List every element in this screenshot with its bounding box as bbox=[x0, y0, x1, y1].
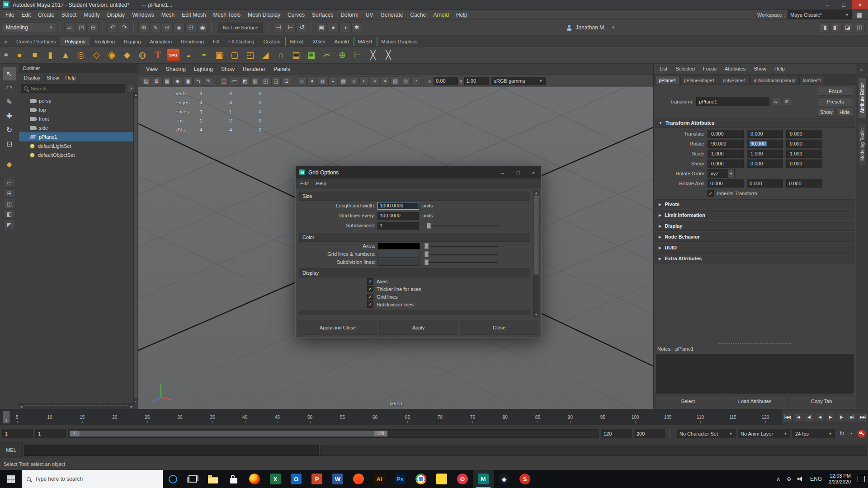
dialog-maximize-button[interactable]: □ bbox=[510, 166, 526, 178]
rotate-axis-z-field[interactable]: 0.000 bbox=[786, 179, 822, 188]
menu-item[interactable]: Surfaces bbox=[308, 12, 337, 18]
shelf-tab[interactable]: FX bbox=[208, 37, 224, 46]
frame-tick[interactable]: 25 bbox=[131, 410, 164, 424]
save-scene-icon[interactable]: ⊟ bbox=[88, 22, 99, 33]
menu-item[interactable]: Deform bbox=[337, 12, 362, 18]
layout-persp-outliner[interactable]: ◧ bbox=[3, 209, 16, 219]
viewport-menu-item[interactable]: Shading bbox=[162, 64, 190, 75]
scroll-up-icon[interactable]: ▲ bbox=[535, 190, 538, 195]
shelf-tab[interactable]: Curves / Surfaces bbox=[12, 37, 60, 46]
viewport-menu-item[interactable]: Panels bbox=[269, 64, 294, 75]
microsoft-store[interactable] bbox=[223, 470, 244, 488]
brave[interactable] bbox=[348, 470, 369, 488]
attribute-editor-menu-item[interactable]: List bbox=[656, 64, 671, 74]
frame-tick[interactable]: 65 bbox=[391, 410, 424, 424]
panel-menu-icon[interactable]: ≡ bbox=[857, 66, 865, 74]
checkbox[interactable] bbox=[367, 286, 373, 292]
rotate-order-dropdown[interactable]: xyz ▼ bbox=[708, 169, 735, 178]
snap-to-grid-icon[interactable]: ⊞ bbox=[138, 22, 149, 33]
go-to-start-button[interactable]: |◀◀ bbox=[782, 412, 793, 422]
layout-single-pane[interactable]: ▭ bbox=[3, 178, 16, 188]
attribute-y-field[interactable]: 0.000 bbox=[747, 130, 783, 138]
scale-tool[interactable]: ⊡ bbox=[3, 137, 16, 150]
toggle-tool-settings-icon[interactable]: ◧ bbox=[830, 22, 841, 33]
shelf-tab[interactable]: Animation bbox=[145, 37, 176, 46]
menu-item[interactable]: Create bbox=[34, 12, 58, 18]
shelf-tab[interactable]: Rendering bbox=[176, 37, 208, 46]
snap-to-point-icon[interactable]: ⊙ bbox=[162, 22, 173, 33]
frame-tick[interactable]: 75 bbox=[456, 410, 489, 424]
menu-item[interactable]: Edit bbox=[18, 12, 34, 18]
apply-and-close-button[interactable]: Apply and Close bbox=[298, 320, 377, 335]
attribute-editor-menu-item[interactable]: Selected bbox=[671, 64, 699, 74]
color-swatch[interactable] bbox=[377, 243, 420, 249]
select-tool[interactable]: ↖ bbox=[3, 67, 16, 80]
rotate-axis-y-field[interactable]: 0.000 bbox=[747, 179, 783, 188]
menu-item[interactable]: Help bbox=[453, 12, 471, 18]
attribute-x-field[interactable]: 1.000 bbox=[708, 150, 744, 158]
step-forward-frame-button[interactable]: |▶ bbox=[836, 412, 846, 422]
frame-tick[interactable]: 105 bbox=[651, 410, 684, 424]
playback-start-field[interactable]: 1 bbox=[35, 429, 66, 438]
animation-end-field[interactable]: 200 bbox=[634, 429, 665, 438]
outliner-filter-icon[interactable]: ▾ bbox=[127, 84, 136, 93]
rotate-axis-x-field[interactable]: 0.000 bbox=[708, 179, 744, 188]
layout-four-pane[interactable]: ⊞ bbox=[3, 188, 16, 198]
poly-disc-icon[interactable]: ◉ bbox=[104, 48, 119, 62]
frame-tick[interactable]: 20 bbox=[99, 410, 131, 424]
command-input[interactable] bbox=[24, 445, 319, 456]
type-tool-icon[interactable]: T bbox=[151, 48, 165, 62]
notes-textarea[interactable] bbox=[656, 354, 854, 394]
close-dialog-button[interactable]: Close bbox=[460, 320, 538, 335]
outliner-menu-item[interactable]: Help bbox=[62, 73, 79, 82]
go-to-end-button[interactable]: ▶▶| bbox=[858, 412, 868, 422]
outliner-item[interactable]: side bbox=[19, 123, 134, 132]
play-backwards-button[interactable]: ◀ bbox=[815, 412, 825, 422]
scroll-down-icon[interactable]: ▼ bbox=[535, 312, 538, 317]
menu-item[interactable]: Mesh Tools bbox=[210, 12, 244, 18]
slider-handle[interactable] bbox=[425, 251, 429, 257]
scrollbar-thumb[interactable] bbox=[25, 405, 127, 408]
step-back-key-button[interactable]: |◀ bbox=[793, 412, 803, 422]
construction-history-icon[interactable]: ↺ bbox=[297, 22, 307, 33]
outliner-item[interactable]: front bbox=[19, 114, 134, 123]
excel[interactable]: X bbox=[265, 470, 286, 488]
resolution-gate-icon[interactable]: ▭ bbox=[230, 76, 239, 86]
action-center-button[interactable] bbox=[854, 470, 868, 488]
node-tab[interactable]: pPlane1 bbox=[655, 76, 680, 84]
combine-icon[interactable]: ▣ bbox=[212, 48, 226, 62]
node-tab[interactable]: pPlaneShape1 bbox=[680, 76, 719, 84]
separate-icon[interactable]: ▢ bbox=[227, 48, 242, 62]
frame-tick[interactable]: 35 bbox=[196, 410, 229, 424]
rotate-tool[interactable]: ↻ bbox=[3, 123, 16, 136]
checkbox[interactable] bbox=[367, 278, 373, 285]
play-forwards-button[interactable]: ▶ bbox=[826, 412, 836, 422]
hide-button[interactable]: Hide bbox=[836, 108, 854, 117]
slider-handle[interactable] bbox=[425, 259, 429, 265]
slider-handle[interactable] bbox=[427, 223, 431, 229]
frame-tick[interactable]: 70 bbox=[424, 410, 456, 424]
poly-cylinder-icon[interactable]: ▮ bbox=[43, 48, 57, 62]
dialog-close-button[interactable]: × bbox=[526, 166, 541, 178]
bookmark-icon[interactable]: ◆ bbox=[173, 76, 182, 86]
sidebar-vertical-tab[interactable]: Modeling Toolkit bbox=[858, 122, 867, 167]
isolate-select-icon[interactable]: ◎ bbox=[401, 76, 410, 86]
slider-handle[interactable] bbox=[425, 243, 429, 249]
attribute-z-field[interactable]: 0.000 bbox=[786, 140, 822, 148]
outliner-item[interactable]: persp bbox=[19, 96, 134, 105]
frame-all-icon[interactable]: ⊡ bbox=[282, 76, 291, 86]
shelf-tab[interactable]: FX Caching bbox=[224, 37, 259, 46]
frame-tick[interactable]: 85 bbox=[521, 410, 554, 424]
poly-platonic-icon[interactable]: ◆ bbox=[120, 48, 134, 62]
frame-tick[interactable]: 45 bbox=[261, 410, 294, 424]
camera-attributes-icon[interactable]: ▦ bbox=[162, 76, 172, 86]
menu-item[interactable]: Mesh bbox=[158, 12, 178, 18]
playback-end-field[interactable]: 120 bbox=[601, 429, 632, 438]
value-input[interactable]: 1 bbox=[377, 222, 419, 230]
pin-node-icon[interactable]: ⊞ bbox=[782, 98, 791, 105]
frame-tick[interactable]: 55 bbox=[326, 410, 359, 424]
frame-tick[interactable]: 120 bbox=[749, 410, 782, 424]
swap-node-icon[interactable]: ⇆ bbox=[771, 98, 780, 105]
frame-tick[interactable]: 100 bbox=[619, 410, 651, 424]
anim-layer-dropdown[interactable]: No Anim Layer▼ bbox=[738, 429, 790, 438]
